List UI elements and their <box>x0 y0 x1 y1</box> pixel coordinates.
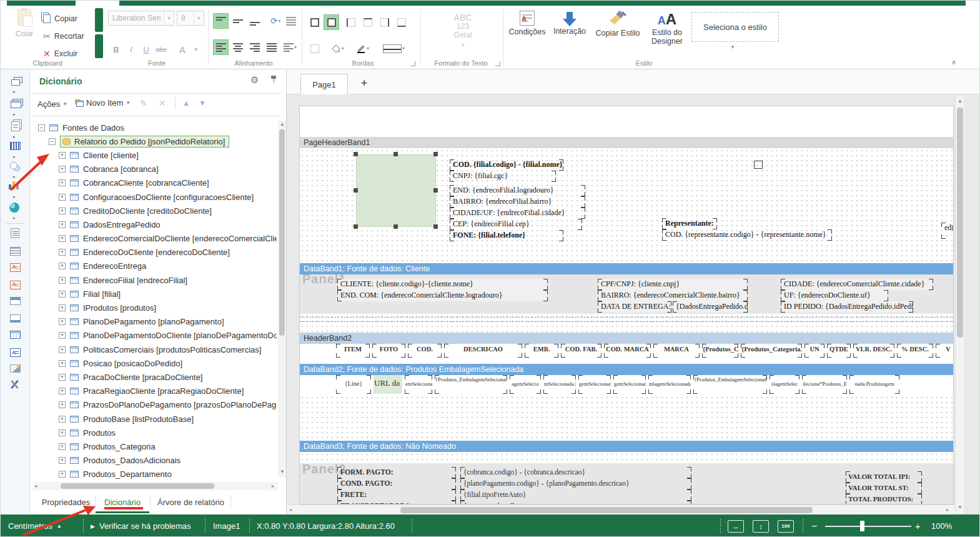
panel-top-component-button[interactable] <box>9 296 21 307</box>
border-top-button[interactable] <box>360 14 375 30</box>
report-page[interactable]: PageHeaderBand1 COD. {filial.codigo} - {… <box>299 106 954 504</box>
text-field[interactable]: ID PEDIDO: {DadosEntregaPedido.idPedido} <box>781 301 913 313</box>
text-format-preview[interactable]: ABC 123 Geral ▼ <box>438 13 488 49</box>
empty-field[interactable] <box>754 161 763 169</box>
text-block-component-button[interactable] <box>9 347 21 358</box>
tree-item-label[interactable]: CreditoDoCliente [creditoDoCliente] <box>83 206 212 216</box>
delete-button[interactable]: ✕ Excluir <box>43 49 77 58</box>
image-component-button[interactable] <box>9 363 21 374</box>
data-cell[interactable]: mSelecionada.Prod <box>543 375 576 394</box>
data-cell[interactable]: gemSelecionada.Pro <box>578 375 611 394</box>
expand-icon[interactable] <box>59 304 66 311</box>
tree-item-row[interactable]: PracaDoCliente [pracaDoCliente] <box>33 370 277 384</box>
move-up-button[interactable]: ▲ <box>182 99 190 108</box>
expand-icon[interactable] <box>59 179 66 186</box>
column-header-cell[interactable]: COD. <box>408 344 442 358</box>
text-field[interactable]: COD. {filial.codigo} - {filial.nome} <box>450 159 563 171</box>
selected-image-element[interactable] <box>356 154 436 227</box>
scroll-down-icon[interactable]: ▼ <box>958 505 963 510</box>
tree-item-row[interactable]: DadosEntregaPedido <box>33 218 277 231</box>
bands-component-button[interactable] <box>9 77 21 88</box>
text-component-button[interactable] <box>9 228 21 239</box>
fit-page-width-button[interactable]: ↔ <box>728 520 744 533</box>
resize-handle[interactable] <box>433 152 438 156</box>
text-field[interactable]: CIDADE: {enderecoComercialCliente.cidade… <box>781 279 933 290</box>
bold-button[interactable]: B <box>109 42 123 57</box>
tree-item-row[interactable]: Produtos <box>33 426 277 439</box>
word-wrap-button[interactable] <box>283 13 299 29</box>
align-right-button[interactable] <box>247 39 262 55</box>
infographics-component-button[interactable] <box>9 121 21 132</box>
text-field[interactable]: FONE: {filial.telefone} <box>450 230 563 241</box>
zoom-100-button[interactable]: 100 <box>778 520 794 533</box>
text-field[interactable]: CIDADE/UF: {endrecoFilial.cidade} <box>450 208 585 219</box>
align-top-button[interactable] <box>213 13 229 29</box>
expand-icon[interactable] <box>59 429 66 436</box>
data-cell[interactable]: mlagemSelecionada.Forn <box>648 375 691 394</box>
canvas-horizontal-scrollbar[interactable]: ◂ ▸ <box>287 504 955 514</box>
expand-icon[interactable] <box>59 332 66 339</box>
copy-button[interactable]: Copiar <box>43 14 77 23</box>
tree-item-label[interactable]: EnderecoDoCliente [enderecoDoCliente] <box>83 248 230 257</box>
text-field[interactable]: {DadosEntregaPedido.dataEntrega <box>673 301 748 313</box>
tree-item-row[interactable]: CreditoDoCliente [creditoDoCliente] <box>33 204 277 218</box>
panel-bottom-component-button[interactable] <box>9 313 21 324</box>
tree-item-label[interactable]: DadosEntregaPedido <box>83 220 161 229</box>
text-field[interactable]: edi <box>941 223 954 239</box>
tools-component-button[interactable] <box>9 379 20 389</box>
column-header-cell[interactable]: QTDE <box>827 344 851 358</box>
expand-icon[interactable] <box>59 221 66 228</box>
row-value[interactable]: {cobranca.codigo} - {cobranca.descricao} <box>460 467 691 478</box>
tree-item-row[interactable]: Produtos_DadosAdicionais <box>33 454 277 468</box>
tree-item-row[interactable]: PoliticasComerciais [produtosPoliticasCo… <box>33 343 277 356</box>
tab-properties[interactable]: Propriedades <box>36 492 96 512</box>
paste-button[interactable]: Colar <box>9 9 39 38</box>
column-header-cell[interactable]: ITEM <box>336 344 370 358</box>
tree-item-row[interactable]: Produtos_Departamento <box>33 468 277 480</box>
fit-page-height-button[interactable]: ↕ <box>753 520 769 533</box>
expand-icon[interactable] <box>59 471 66 478</box>
tree-vertical-scrollbar[interactable]: ▲ ▼ <box>278 121 286 477</box>
expand-icon[interactable] <box>59 401 66 408</box>
resize-handle[interactable] <box>354 188 358 193</box>
row-label[interactable]: COND. PAGTO: <box>337 478 456 489</box>
resize-handle[interactable] <box>393 224 398 229</box>
align-middle-button[interactable] <box>230 13 245 29</box>
text-field[interactable]: COD. {representante.codigo} - {represent… <box>662 229 832 241</box>
tree-item-label[interactable]: Cliente [cliente] <box>83 151 139 160</box>
text-field[interactable]: CNPJ: {filial.cgc} <box>450 171 556 182</box>
align-bottom-button[interactable] <box>247 13 262 29</box>
tree-item-row[interactable]: PracaRegiaoCliente [pracaRegiaoDoCliente… <box>33 384 277 398</box>
cut-button[interactable]: ✂ Recortar <box>43 32 84 41</box>
tree-item-label[interactable]: PlanoDePagamentoDoCliente [planoDePagame… <box>83 331 277 340</box>
tree-datasource-row[interactable]: Relatorio do Pedido [jsonPedidoRelatorio… <box>33 134 277 148</box>
tree-item-row[interactable]: Cliente [cliente] <box>33 148 277 162</box>
expand-icon[interactable] <box>59 263 66 269</box>
tree-item-label[interactable]: ConfiguracoesDoCliente [configuracoesCli… <box>83 193 254 202</box>
text-field[interactable]: CLIENTE: {cliente.codigo}-{cliente.nome} <box>337 279 548 290</box>
tree-item-row[interactable]: Produtos_Categoria <box>33 439 277 453</box>
border-all-button[interactable] <box>307 14 322 30</box>
scrollbar-thumb[interactable] <box>279 129 285 336</box>
data-cell[interactable]: agemSelecio <box>510 375 541 394</box>
expand-icon[interactable] <box>59 318 66 325</box>
column-header-cell[interactable]: V <box>936 344 954 358</box>
strikethrough-button[interactable]: abc <box>154 42 168 57</box>
column-header-cell[interactable]: % DESC. <box>897 344 933 358</box>
tree-item-row[interactable]: EnderecoComercialDoCliente [enderecoCome… <box>33 232 277 246</box>
designer-style-button[interactable]: AA Estilo do Designer <box>645 11 689 46</box>
scroll-up-icon[interactable]: ▲ <box>280 122 285 127</box>
column-header-cell[interactable]: FOTO <box>372 344 405 358</box>
font-color-button[interactable]: A <box>176 42 189 57</box>
column-header-cell[interactable]: VLR. DESC. <box>853 344 894 358</box>
header-band2-bar[interactable]: HeaderBand2 <box>300 333 954 344</box>
tree-item-label[interactable]: Filial [filial] <box>83 289 121 299</box>
data-cell[interactable]: nada.Produtosgem <box>849 375 899 394</box>
tree-item-label[interactable]: PracaRegiaoCliente [pracaRegiaoDoCliente… <box>83 386 244 396</box>
expand-icon[interactable] <box>59 152 66 159</box>
column-header-cell[interactable]: {Produtos_Categ <box>702 344 738 358</box>
border-bottom-button[interactable] <box>393 14 409 30</box>
column-header-cell[interactable]: MARCA <box>653 344 700 358</box>
tree-item-label[interactable]: CobrancaCliente [cobrancaCliente] <box>83 178 209 188</box>
text-field[interactable]: DATA DE ENTREGA: <box>598 301 671 313</box>
